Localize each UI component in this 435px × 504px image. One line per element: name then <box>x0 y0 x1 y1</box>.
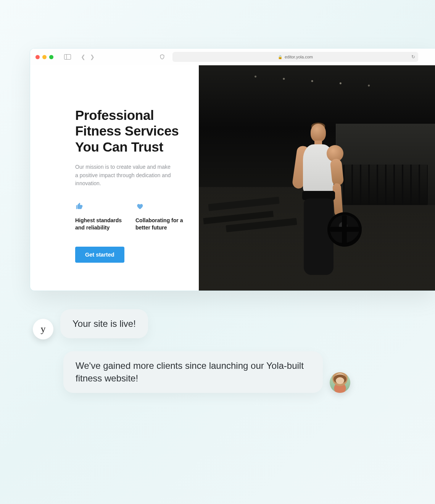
chat-bubble-user: We've gained more clients since launchin… <box>63 351 323 393</box>
feature-label: Highest standards and reliability <box>75 217 125 231</box>
hero-title: Professional Fitness Services You Can Tr… <box>75 107 185 155</box>
thumbs-up-icon <box>75 202 125 210</box>
chat-row-yola: y Your site is live! <box>33 309 361 338</box>
weight-plate-icon <box>327 212 362 247</box>
refresh-icon[interactable]: ↻ <box>411 54 415 60</box>
nav-forward-icon[interactable]: ❯ <box>90 54 95 60</box>
hero-subtitle: Our mission is to create value and make … <box>75 163 174 188</box>
lock-icon: 🔒 <box>278 55 282 59</box>
address-url: editor.yola.com <box>285 55 313 59</box>
nav-back-icon[interactable]: ❮ <box>81 54 85 60</box>
traffic-lights <box>35 55 53 59</box>
user-avatar <box>330 372 350 393</box>
browser-window: ❮ ❯ 🔒 editor.yola.com ↻ Professional Fit… <box>30 48 435 291</box>
nav-arrows: ❮ ❯ <box>81 54 95 60</box>
sidebar-toggle-icon[interactable] <box>64 54 71 60</box>
privacy-shield-icon[interactable] <box>160 54 165 60</box>
window-minimize-button[interactable] <box>42 55 47 59</box>
chat-area: y Your site is live! We've gained more c… <box>33 309 361 393</box>
feature-collaboration: Collaborating for a better future <box>135 202 185 231</box>
athlete-figure <box>288 124 347 276</box>
window-close-button[interactable] <box>35 55 40 59</box>
window-zoom-button[interactable] <box>49 55 53 59</box>
browser-chrome: ❮ ❯ 🔒 editor.yola.com ↻ <box>30 48 435 65</box>
hero-left-panel: Professional Fitness Services You Can Tr… <box>30 65 199 291</box>
feature-label: Collaborating for a better future <box>135 217 185 231</box>
page-content: Professional Fitness Services You Can Tr… <box>30 65 435 291</box>
features-row: Highest standards and reliability Collab… <box>75 202 185 231</box>
heart-icon <box>135 202 185 210</box>
address-bar[interactable]: 🔒 editor.yola.com ↻ <box>172 52 418 62</box>
feature-standards: Highest standards and reliability <box>75 202 125 231</box>
chat-row-user: We've gained more clients since launchin… <box>63 351 361 393</box>
hero-image <box>199 65 435 291</box>
get-started-button[interactable]: Get started <box>75 247 124 263</box>
chat-bubble-yola: Your site is live! <box>60 309 148 338</box>
yola-avatar: y <box>33 319 53 339</box>
